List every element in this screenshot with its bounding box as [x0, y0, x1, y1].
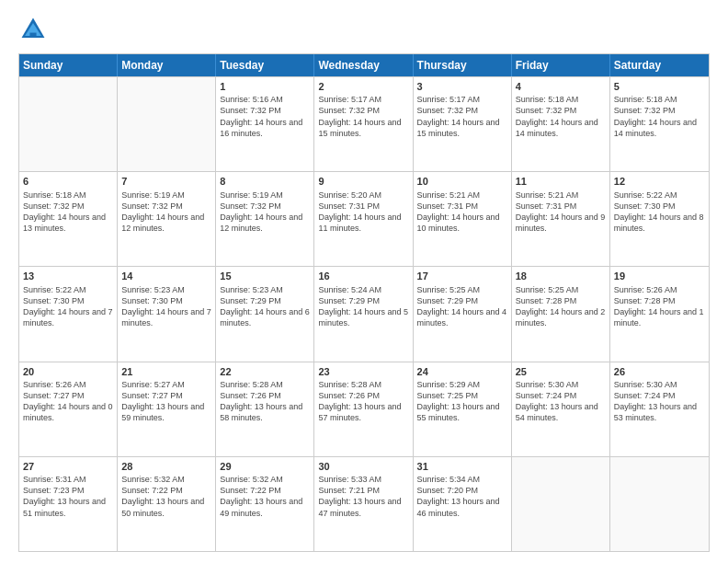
calendar-cell-3-3: 15Sunrise: 5:23 AM Sunset: 7:29 PM Dayli… — [216, 267, 314, 361]
calendar-cell-4-2: 21Sunrise: 5:27 AM Sunset: 7:27 PM Dayli… — [118, 362, 216, 456]
day-info: Sunrise: 5:28 AM Sunset: 7:26 PM Dayligh… — [220, 379, 310, 424]
calendar-cell-5-6 — [512, 457, 610, 551]
day-number: 31 — [417, 460, 507, 473]
calendar-cell-3-6: 18Sunrise: 5:25 AM Sunset: 7:28 PM Dayli… — [512, 267, 610, 361]
calendar-cell-3-5: 17Sunrise: 5:25 AM Sunset: 7:29 PM Dayli… — [414, 267, 512, 361]
day-info: Sunrise: 5:21 AM Sunset: 7:31 PM Dayligh… — [417, 190, 507, 235]
day-info: Sunrise: 5:25 AM Sunset: 7:29 PM Dayligh… — [417, 284, 507, 329]
day-number: 28 — [121, 460, 211, 473]
calendar-cell-2-6: 11Sunrise: 5:21 AM Sunset: 7:31 PM Dayli… — [512, 172, 610, 266]
day-info: Sunrise: 5:18 AM Sunset: 7:32 PM Dayligh… — [23, 190, 113, 235]
calendar-cell-4-6: 25Sunrise: 5:30 AM Sunset: 7:24 PM Dayli… — [512, 362, 610, 456]
calendar-cell-1-7: 5Sunrise: 5:18 AM Sunset: 7:32 PM Daylig… — [610, 77, 709, 171]
day-number: 21 — [121, 365, 211, 378]
day-number: 22 — [220, 365, 310, 378]
day-info: Sunrise: 5:18 AM Sunset: 7:32 PM Dayligh… — [516, 94, 606, 139]
day-info: Sunrise: 5:26 AM Sunset: 7:28 PM Dayligh… — [614, 284, 705, 329]
calendar-cell-5-4: 30Sunrise: 5:33 AM Sunset: 7:21 PM Dayli… — [314, 457, 413, 551]
day-info: Sunrise: 5:30 AM Sunset: 7:24 PM Dayligh… — [516, 379, 606, 424]
day-info: Sunrise: 5:22 AM Sunset: 7:30 PM Dayligh… — [23, 284, 113, 329]
calendar-cell-5-3: 29Sunrise: 5:32 AM Sunset: 7:22 PM Dayli… — [216, 457, 314, 551]
day-info: Sunrise: 5:23 AM Sunset: 7:30 PM Dayligh… — [121, 284, 211, 329]
calendar-week-5: 27Sunrise: 5:31 AM Sunset: 7:23 PM Dayli… — [19, 456, 709, 551]
logo — [18, 15, 51, 44]
calendar-cell-1-5: 3Sunrise: 5:17 AM Sunset: 7:32 PM Daylig… — [414, 77, 512, 171]
day-info: Sunrise: 5:18 AM Sunset: 7:32 PM Dayligh… — [614, 94, 705, 139]
calendar-cell-5-2: 28Sunrise: 5:32 AM Sunset: 7:22 PM Dayli… — [118, 457, 216, 551]
day-number: 23 — [318, 365, 408, 378]
calendar-cell-1-2 — [118, 77, 216, 171]
day-number: 19 — [614, 270, 705, 282]
day-info: Sunrise: 5:34 AM Sunset: 7:20 PM Dayligh… — [417, 474, 507, 519]
logo-icon — [18, 15, 48, 44]
calendar-cell-1-6: 4Sunrise: 5:18 AM Sunset: 7:32 PM Daylig… — [512, 77, 610, 171]
day-number: 3 — [417, 80, 507, 93]
calendar-week-2: 6Sunrise: 5:18 AM Sunset: 7:32 PM Daylig… — [19, 171, 709, 266]
day-info: Sunrise: 5:32 AM Sunset: 7:22 PM Dayligh… — [220, 474, 310, 519]
day-info: Sunrise: 5:33 AM Sunset: 7:21 PM Dayligh… — [318, 474, 408, 519]
day-number: 13 — [23, 270, 113, 282]
calendar: SundayMondayTuesdayWednesdayThursdayFrid… — [18, 53, 710, 552]
day-number: 20 — [23, 365, 113, 378]
calendar-week-4: 20Sunrise: 5:26 AM Sunset: 7:27 PM Dayli… — [19, 362, 709, 456]
calendar-body: 1Sunrise: 5:16 AM Sunset: 7:32 PM Daylig… — [19, 76, 709, 551]
day-info: Sunrise: 5:31 AM Sunset: 7:23 PM Dayligh… — [23, 474, 113, 519]
calendar-cell-2-4: 9Sunrise: 5:20 AM Sunset: 7:31 PM Daylig… — [314, 172, 413, 266]
calendar-cell-1-1 — [19, 77, 118, 171]
header — [18, 15, 710, 44]
day-number: 18 — [516, 270, 606, 282]
day-info: Sunrise: 5:16 AM Sunset: 7:32 PM Dayligh… — [220, 94, 310, 139]
calendar-cell-2-1: 6Sunrise: 5:18 AM Sunset: 7:32 PM Daylig… — [19, 172, 118, 266]
calendar-cell-2-7: 12Sunrise: 5:22 AM Sunset: 7:30 PM Dayli… — [610, 172, 709, 266]
header-day-tuesday: Tuesday — [216, 54, 314, 76]
calendar-cell-3-1: 13Sunrise: 5:22 AM Sunset: 7:30 PM Dayli… — [19, 267, 118, 361]
svg-rect-2 — [29, 33, 36, 38]
calendar-cell-3-7: 19Sunrise: 5:26 AM Sunset: 7:28 PM Dayli… — [610, 267, 709, 361]
calendar-cell-2-5: 10Sunrise: 5:21 AM Sunset: 7:31 PM Dayli… — [414, 172, 512, 266]
day-number: 12 — [614, 175, 705, 188]
calendar-cell-4-4: 23Sunrise: 5:28 AM Sunset: 7:26 PM Dayli… — [314, 362, 413, 456]
calendar-cell-3-2: 14Sunrise: 5:23 AM Sunset: 7:30 PM Dayli… — [118, 267, 216, 361]
day-info: Sunrise: 5:20 AM Sunset: 7:31 PM Dayligh… — [318, 190, 408, 235]
day-number: 2 — [318, 80, 408, 93]
calendar-cell-4-3: 22Sunrise: 5:28 AM Sunset: 7:26 PM Dayli… — [216, 362, 314, 456]
day-number: 1 — [220, 80, 310, 93]
day-info: Sunrise: 5:23 AM Sunset: 7:29 PM Dayligh… — [220, 284, 310, 329]
header-day-saturday: Saturday — [610, 54, 709, 76]
header-day-wednesday: Wednesday — [314, 54, 413, 76]
calendar-cell-5-7 — [610, 457, 709, 551]
calendar-week-1: 1Sunrise: 5:16 AM Sunset: 7:32 PM Daylig… — [19, 76, 709, 171]
calendar-cell-3-4: 16Sunrise: 5:24 AM Sunset: 7:29 PM Dayli… — [314, 267, 413, 361]
calendar-cell-5-5: 31Sunrise: 5:34 AM Sunset: 7:20 PM Dayli… — [414, 457, 512, 551]
day-number: 24 — [417, 365, 507, 378]
header-day-friday: Friday — [512, 54, 610, 76]
day-number: 9 — [318, 175, 408, 188]
day-number: 29 — [220, 460, 310, 473]
day-info: Sunrise: 5:24 AM Sunset: 7:29 PM Dayligh… — [318, 284, 408, 329]
calendar-cell-4-5: 24Sunrise: 5:29 AM Sunset: 7:25 PM Dayli… — [414, 362, 512, 456]
day-info: Sunrise: 5:25 AM Sunset: 7:28 PM Dayligh… — [516, 284, 606, 329]
day-info: Sunrise: 5:19 AM Sunset: 7:32 PM Dayligh… — [220, 190, 310, 235]
day-info: Sunrise: 5:19 AM Sunset: 7:32 PM Dayligh… — [121, 190, 211, 235]
day-info: Sunrise: 5:21 AM Sunset: 7:31 PM Dayligh… — [516, 190, 606, 235]
calendar-week-3: 13Sunrise: 5:22 AM Sunset: 7:30 PM Dayli… — [19, 266, 709, 361]
day-info: Sunrise: 5:17 AM Sunset: 7:32 PM Dayligh… — [318, 94, 408, 139]
calendar-cell-2-2: 7Sunrise: 5:19 AM Sunset: 7:32 PM Daylig… — [118, 172, 216, 266]
day-info: Sunrise: 5:32 AM Sunset: 7:22 PM Dayligh… — [121, 474, 211, 519]
day-number: 6 — [23, 175, 113, 188]
calendar-cell-1-4: 2Sunrise: 5:17 AM Sunset: 7:32 PM Daylig… — [314, 77, 413, 171]
day-number: 17 — [417, 270, 507, 282]
day-info: Sunrise: 5:28 AM Sunset: 7:26 PM Dayligh… — [318, 379, 408, 424]
header-day-monday: Monday — [118, 54, 216, 76]
header-day-thursday: Thursday — [414, 54, 512, 76]
day-info: Sunrise: 5:22 AM Sunset: 7:30 PM Dayligh… — [614, 190, 705, 235]
day-info: Sunrise: 5:29 AM Sunset: 7:25 PM Dayligh… — [417, 379, 507, 424]
day-info: Sunrise: 5:30 AM Sunset: 7:24 PM Dayligh… — [614, 379, 705, 424]
day-number: 7 — [121, 175, 211, 188]
day-number: 30 — [318, 460, 408, 473]
day-number: 15 — [220, 270, 310, 282]
day-number: 16 — [318, 270, 408, 282]
calendar-cell-1-3: 1Sunrise: 5:16 AM Sunset: 7:32 PM Daylig… — [216, 77, 314, 171]
day-number: 26 — [614, 365, 705, 378]
calendar-cell-4-1: 20Sunrise: 5:26 AM Sunset: 7:27 PM Dayli… — [19, 362, 118, 456]
